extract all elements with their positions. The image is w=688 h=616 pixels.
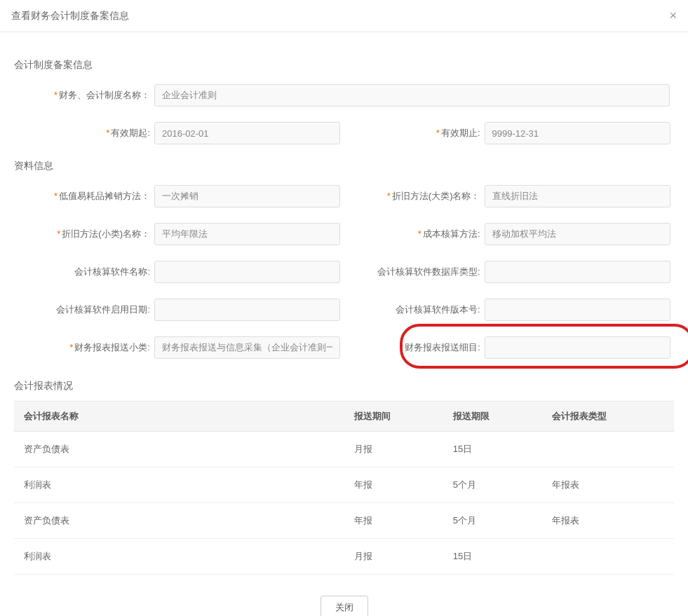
input-enable-date[interactable] xyxy=(154,299,340,321)
label-cost-method: 成本核算方法: xyxy=(344,228,485,240)
table-cell: 年报 xyxy=(344,467,443,503)
input-report-sub[interactable] xyxy=(154,336,340,359)
label-version: 会计核算软件版本号: xyxy=(344,303,485,316)
label-enable-date: 会计核算软件启用日期: xyxy=(14,303,154,316)
label-software-name: 会计核算软件名称: xyxy=(14,266,154,278)
table-cell: 月报 xyxy=(344,432,443,467)
table-cell: 年报表 xyxy=(542,467,674,503)
input-valid-from[interactable] xyxy=(154,122,340,144)
input-valid-to[interactable] xyxy=(485,122,670,144)
table-row: 资产负债表年报5个月年报表 xyxy=(14,503,674,539)
table-cell: 5个月 xyxy=(443,503,542,539)
table-cell: 15日 xyxy=(443,432,542,467)
col-report-name: 会计报表名称 xyxy=(14,402,344,432)
table-row: 资产负债表月报15日 xyxy=(14,432,674,467)
label-low-value: 低值易耗品摊销方法： xyxy=(14,190,154,203)
table-cell xyxy=(542,432,674,467)
section-material-info-title: 资料信息 xyxy=(14,160,674,172)
section-filing-info-title: 会计制度备案信息 xyxy=(14,59,674,71)
input-version[interactable] xyxy=(485,299,670,321)
table-cell: 资产负债表 xyxy=(14,503,344,539)
label-report-sub: 财务报表报送小类: xyxy=(14,341,154,354)
table-cell: 利润表 xyxy=(14,539,344,575)
table-cell: 15日 xyxy=(443,539,542,575)
col-period: 报送期间 xyxy=(344,402,443,432)
label-db-type: 会计核算软件数据库类型: xyxy=(344,266,485,278)
label-depr-minor: 折旧方法(小类)名称： xyxy=(14,228,154,240)
label-valid-from: 有效期起: xyxy=(14,127,154,139)
input-depr-major[interactable] xyxy=(485,185,670,207)
dialog-footer: 关闭 xyxy=(0,582,688,616)
input-low-value[interactable] xyxy=(154,185,340,207)
input-db-type[interactable] xyxy=(485,261,670,283)
label-report-detail: 财务报表报送细目: xyxy=(344,341,485,354)
dialog-header: 查看财务会计制度备案信息 × xyxy=(0,0,688,32)
col-type: 会计报表类型 xyxy=(542,402,674,432)
input-cost-method[interactable] xyxy=(485,223,670,245)
table-cell xyxy=(542,539,674,575)
label-valid-to: 有效期止: xyxy=(344,127,485,139)
input-system-name[interactable] xyxy=(154,84,670,107)
label-depr-major: 折旧方法(大类)名称： xyxy=(344,190,485,203)
report-table: 会计报表名称 报送期间 报送期限 会计报表类型 资产负债表月报15日利润表年报5… xyxy=(14,401,674,575)
input-depr-minor[interactable] xyxy=(154,223,340,245)
col-deadline: 报送期限 xyxy=(443,402,542,432)
table-row: 利润表月报15日 xyxy=(14,539,674,575)
label-system-name: 财务、会计制度名称： xyxy=(14,89,154,102)
section-report-status-title: 会计报表情况 xyxy=(14,380,674,392)
table-cell: 利润表 xyxy=(14,467,344,503)
table-cell: 月报 xyxy=(344,539,443,575)
table-cell: 资产负债表 xyxy=(14,432,344,467)
table-cell: 年报表 xyxy=(542,503,674,539)
dialog-content: 会计制度备案信息 财务、会计制度名称： 有效期起: 有效期止: 资料信息 低值易… xyxy=(0,32,688,582)
table-cell: 5个月 xyxy=(443,467,542,503)
close-icon[interactable]: × xyxy=(669,8,677,23)
input-software-name[interactable] xyxy=(154,261,340,283)
table-cell: 年报 xyxy=(344,503,443,539)
dialog-title: 查看财务会计制度备案信息 xyxy=(11,10,129,22)
close-button[interactable]: 关闭 xyxy=(321,596,368,616)
table-row: 利润表年报5个月年报表 xyxy=(14,467,674,503)
input-report-detail[interactable] xyxy=(485,336,670,359)
